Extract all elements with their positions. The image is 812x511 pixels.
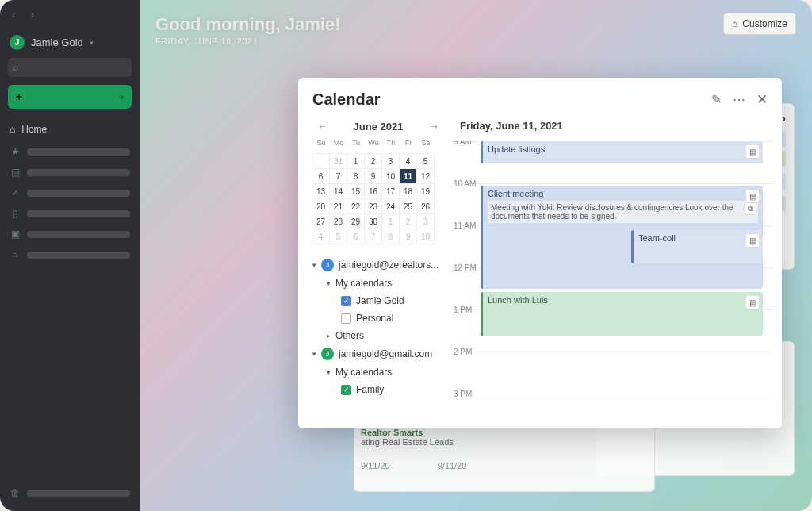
account-email: jamiegold@zerealtors...	[339, 259, 439, 271]
checkbox-icon[interactable]: ✓	[341, 385, 351, 395]
calendar-day[interactable]: 27	[312, 213, 330, 229]
calendar-event[interactable]: Update listings▤	[481, 141, 763, 163]
calendar-day[interactable]: 16	[364, 183, 382, 199]
nav-forward-icon[interactable]: ›	[25, 8, 40, 22]
hour-row	[452, 394, 774, 428]
account-row[interactable]: ▾Jjamiegold@gmail.com	[312, 344, 444, 363]
calendar-day[interactable]: 10	[416, 229, 435, 244]
calendar-group[interactable]: ▸Others	[312, 327, 444, 344]
account-email: jamiegold@gmail.com	[339, 348, 432, 359]
new-event-icon[interactable]: ✎	[711, 92, 722, 107]
sidebar-item-shared[interactable]: ⛬	[6, 244, 133, 265]
calendar-day[interactable]: 13	[312, 183, 330, 199]
calendar-day[interactable]: 25	[399, 198, 417, 214]
calendar-day[interactable]: 15	[347, 183, 365, 199]
calendar-day[interactable]: 7	[364, 229, 382, 244]
calendar-day[interactable]: 20	[312, 198, 330, 214]
calendar-group[interactable]: ▾My calendars	[312, 275, 444, 292]
checkbox-icon[interactable]: ✓	[341, 296, 351, 306]
calendar-day[interactable]: 17	[381, 183, 400, 199]
calendar-day[interactable]: 5	[416, 153, 435, 169]
calendar-day[interactable]: 9	[399, 229, 417, 244]
event-description: Meeting with Yuki: Review disclosures & …	[488, 201, 758, 223]
hour-row	[452, 183, 774, 225]
star-icon: ★	[10, 146, 21, 157]
calendar-day[interactable]: 21	[329, 198, 347, 214]
hour-row	[452, 267, 774, 309]
account-row[interactable]: ▾Jjamiegold@zerealtors...	[312, 256, 444, 275]
calendar-day[interactable]: 28	[329, 213, 347, 229]
calendar-day[interactable]: 14	[329, 183, 347, 199]
dow-label: Fr	[400, 139, 417, 154]
calendar-day[interactable]: 18	[399, 183, 417, 199]
calendar-day[interactable]: 2	[364, 153, 382, 169]
calendar-day[interactable]: 10	[381, 168, 400, 184]
calendar-toggle[interactable]: ✓Family	[312, 381, 444, 398]
checkbox-icon[interactable]	[341, 313, 351, 324]
sidebar-item-notes[interactable]: ▤	[6, 162, 133, 182]
calendar-day[interactable]: 1	[347, 153, 365, 169]
add-button[interactable]: + ▾	[8, 85, 132, 109]
calendar-day[interactable]: 3	[381, 153, 400, 169]
calendar-group[interactable]: ▾My calendars	[312, 363, 444, 381]
calendar-event[interactable]: Team-coll▤	[631, 230, 763, 263]
calendar-day[interactable]: 19	[416, 183, 435, 199]
nav-back-icon[interactable]: ‹	[6, 8, 21, 22]
more-icon[interactable]: ⋯	[733, 92, 745, 107]
chevron-down-icon: ▾	[120, 93, 124, 102]
dow-label: Tu	[347, 139, 365, 154]
calendar-event[interactable]: Lunch with Luis▤	[481, 292, 763, 336]
calendar-day[interactable]: 24	[381, 198, 400, 214]
calendar-day[interactable]: 5	[329, 229, 347, 244]
calendar-day[interactable]: 2	[399, 213, 417, 229]
next-month-icon[interactable]: →	[428, 120, 439, 133]
sidebar-item-tasks[interactable]: ✓	[6, 182, 133, 203]
calendar-day[interactable]: 8	[381, 229, 400, 244]
calendar-toggle[interactable]: ✓Jamie Gold	[312, 292, 444, 309]
calendar-day[interactable]: 22	[347, 198, 365, 214]
calendar-day[interactable]: 12	[416, 168, 435, 184]
note-icon[interactable]: ▤	[745, 233, 760, 248]
calendar-day[interactable]: 26	[416, 198, 435, 214]
account-avatar: J	[321, 348, 334, 360]
sidebar-item-trash[interactable]: 🗑	[6, 482, 133, 503]
calendar-day[interactable]: 4	[399, 153, 417, 169]
calendar-day[interactable]: 4	[312, 229, 330, 244]
avatar: J	[10, 35, 25, 50]
calendar-day[interactable]: 6	[312, 168, 330, 184]
calendar-day[interactable]: 1	[381, 213, 400, 229]
group-name: Others	[335, 330, 364, 341]
sidebar-item-docs[interactable]: ▯	[6, 203, 133, 224]
note-icon[interactable]: ▤	[745, 189, 760, 203]
copy-icon[interactable]: ⧉	[744, 202, 756, 215]
note-icon[interactable]: ▤	[745, 295, 760, 309]
calendar-event[interactable]: Client meetingMeeting with Yuki: Review …	[481, 186, 763, 289]
sidebar-item-starred[interactable]: ★	[6, 141, 133, 162]
month-label: June 2021	[354, 121, 404, 133]
calendar-toggle[interactable]: Personal	[312, 309, 444, 327]
calendar-day[interactable]: 30	[364, 213, 382, 229]
customize-button[interactable]: ⌂ Customize	[723, 13, 796, 35]
user-menu[interactable]: J Jamie Gold ▾	[10, 35, 130, 50]
sidebar-item-home[interactable]: ⌂ Home	[6, 120, 133, 141]
search-input[interactable]	[8, 58, 132, 77]
calendar-day[interactable]: 23	[364, 198, 382, 214]
calendar-day[interactable]: 3	[416, 213, 435, 229]
caret-icon: ▸	[327, 332, 331, 340]
calendar-day[interactable]: 9	[364, 168, 382, 184]
calendar-day[interactable]: 8	[347, 168, 365, 184]
calendar-day[interactable]: 7	[329, 168, 347, 184]
bg-card-contract: Contract 7/21/20	[596, 341, 795, 476]
calendar-day[interactable]: 11	[399, 168, 417, 184]
prev-month-icon[interactable]: ←	[317, 120, 328, 133]
caret-icon: ▾	[327, 368, 331, 376]
calendar-day[interactable]: 31	[329, 153, 347, 169]
sidebar-item-files[interactable]: ▣	[6, 224, 133, 244]
account-avatar: J	[321, 259, 334, 271]
close-icon[interactable]: ✕	[756, 91, 768, 108]
main-area: Good morning, Jamie! FRIDAY, JUNE 18, 20…	[140, 0, 812, 511]
calendar-day[interactable]: 29	[347, 213, 365, 229]
calendar-day[interactable]: 6	[347, 229, 365, 244]
note-icon[interactable]: ▤	[745, 144, 760, 159]
calendar-day[interactable]	[312, 153, 330, 169]
